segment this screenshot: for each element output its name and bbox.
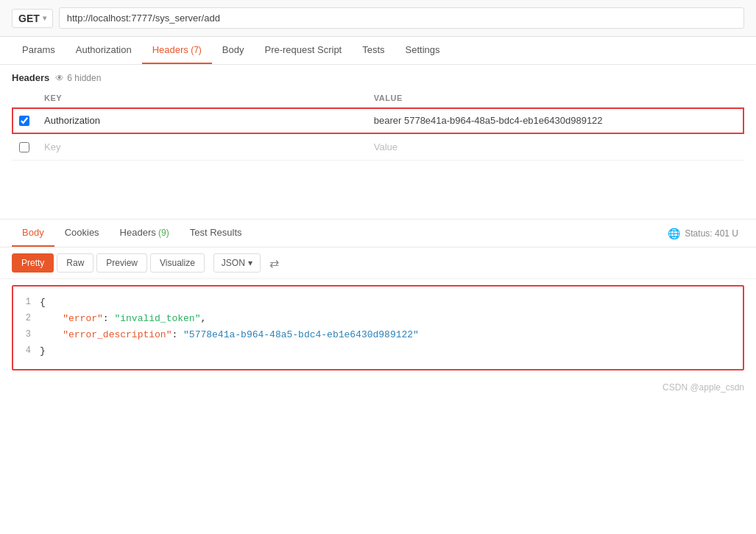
- hidden-badge[interactable]: 👁 6 hidden: [55, 73, 101, 83]
- col-actions: [723, 89, 744, 108]
- response-tabs: Body Cookies Headers (9) Test Results 🌐 …: [0, 219, 756, 247]
- method-selector[interactable]: GET ▾: [12, 9, 53, 28]
- response-tab-cookies[interactable]: Cookies: [54, 219, 110, 247]
- line-number-4: 4: [13, 345, 40, 356]
- table-row: Key Value: [12, 134, 744, 161]
- action-cell: [723, 108, 744, 134]
- method-label: GET: [18, 13, 40, 24]
- visualize-button[interactable]: Visualize: [150, 253, 205, 273]
- col-key: KEY: [37, 89, 367, 108]
- tab-tests[interactable]: Tests: [352, 37, 395, 64]
- table-row: Authorization bearer 5778e41a-b964-48a5-…: [12, 108, 744, 134]
- response-tab-headers[interactable]: Headers (9): [110, 219, 180, 247]
- code-line-3: 3 "error_description": "5778e41a-b964-48…: [13, 328, 743, 344]
- code-line-4: 4 }: [13, 344, 743, 360]
- hidden-count: 6 hidden: [67, 73, 101, 83]
- code-brace-close: }: [40, 345, 743, 356]
- status-text: Status: 401 U: [685, 228, 738, 239]
- url-bar: GET ▾: [0, 0, 756, 37]
- line-number-3: 3: [13, 329, 40, 340]
- globe-icon: 🌐: [668, 228, 680, 239]
- code-brace-open: {: [40, 297, 743, 308]
- headers-label: Headers: [12, 72, 49, 83]
- checkbox-cell: [12, 134, 37, 161]
- tab-body[interactable]: Body: [212, 37, 255, 64]
- response-tab-body[interactable]: Body: [12, 219, 54, 247]
- request-tabs: Params Authorization Headers (7) Body Pr…: [0, 37, 756, 65]
- headers-section: Headers 👁 6 hidden KEY VALUE: [0, 65, 756, 161]
- checkbox-cell: [12, 108, 37, 134]
- key-cell[interactable]: Authorization: [37, 108, 367, 134]
- headers-label-row: Headers 👁 6 hidden: [12, 65, 744, 89]
- col-checkbox: [12, 89, 37, 108]
- format-toolbar: Pretty Raw Preview Visualize JSON ▾ ⇄: [0, 247, 756, 279]
- tab-headers[interactable]: Headers (7): [142, 37, 212, 64]
- json-chevron-icon: ▾: [248, 258, 252, 268]
- method-chevron-icon: ▾: [43, 14, 46, 22]
- preview-button[interactable]: Preview: [96, 253, 147, 273]
- error-desc-value: "5778e41a-b964-48a5-bdc4-eb1e6430d989122…: [183, 329, 419, 340]
- wrap-icon[interactable]: ⇄: [269, 256, 279, 270]
- status-bar: 🌐 Status: 401 U: [668, 228, 744, 239]
- error-value: "invalid_token": [114, 313, 200, 324]
- section-divider: [0, 161, 756, 219]
- row-checkbox-empty[interactable]: [19, 142, 29, 152]
- tab-authorization[interactable]: Authorization: [66, 37, 142, 64]
- code-line-2-content: "error": "invalid_token",: [40, 313, 743, 324]
- raw-button[interactable]: Raw: [57, 253, 93, 273]
- response-tab-test-results[interactable]: Test Results: [180, 219, 252, 247]
- json-format-dropdown[interactable]: JSON ▾: [213, 253, 261, 273]
- error-key: "error": [63, 313, 103, 324]
- tab-params[interactable]: Params: [12, 37, 66, 64]
- line-number-1: 1: [13, 297, 40, 307]
- col-value: VALUE: [367, 89, 723, 108]
- pretty-button[interactable]: Pretty: [12, 253, 54, 273]
- watermark: CSDN @apple_csdn: [0, 376, 756, 398]
- eye-icon: 👁: [55, 73, 64, 83]
- watermark-text: CSDN @apple_csdn: [663, 382, 744, 393]
- action-cell-empty: [723, 134, 744, 161]
- key-cell-placeholder[interactable]: Key: [37, 134, 367, 161]
- line-number-2: 2: [13, 313, 40, 323]
- value-cell[interactable]: bearer 5778e41a-b964-48a5-bdc4-eb1e6430d…: [367, 108, 723, 134]
- tab-pre-request[interactable]: Pre-request Script: [254, 37, 352, 64]
- error-desc-key: "error_description": [63, 329, 172, 340]
- table-header-row: KEY VALUE: [12, 89, 744, 108]
- row-checkbox[interactable]: [19, 116, 29, 126]
- tab-settings[interactable]: Settings: [395, 37, 451, 64]
- code-line-1: 1 {: [13, 295, 743, 312]
- json-label: JSON: [222, 258, 245, 268]
- value-cell-placeholder[interactable]: Value: [367, 134, 723, 161]
- headers-table: KEY VALUE Authorization bearer 5778e41a-…: [12, 89, 744, 161]
- code-area: 1 { 2 "error": "invalid_token", 3 "error…: [12, 285, 744, 370]
- url-input[interactable]: [59, 7, 744, 29]
- code-line-2: 2 "error": "invalid_token",: [13, 312, 743, 328]
- code-line-3-content: "error_description": "5778e41a-b964-48a5…: [40, 329, 743, 340]
